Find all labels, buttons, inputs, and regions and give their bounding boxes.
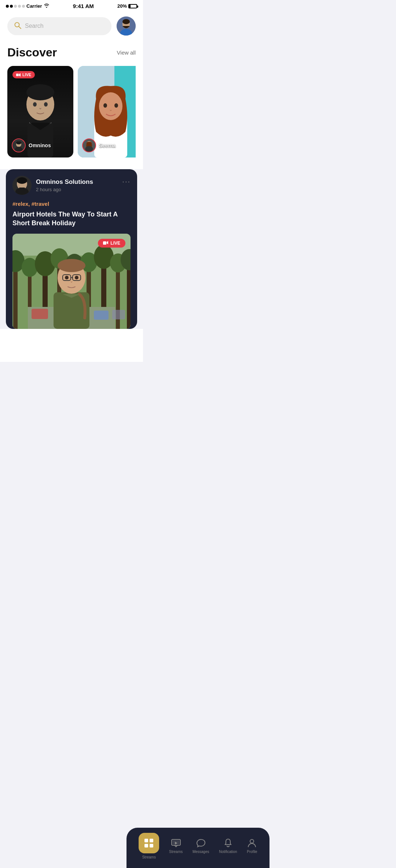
svg-point-10: [33, 102, 37, 107]
feed-section: Omninos Solutions 2 hours ago ... #relex…: [0, 169, 143, 329]
svg-rect-66: [112, 310, 125, 319]
feed-more-button[interactable]: ...: [122, 176, 131, 184]
status-time: 9:41 AM: [73, 3, 94, 9]
feed-card-header: Omninos Solutions 2 hours ago ...: [12, 176, 131, 195]
svg-rect-52: [116, 266, 120, 329]
stream-cards-scroll[interactable]: LIVE Omninos: [7, 66, 136, 163]
svg-rect-65: [94, 311, 109, 320]
signal-dot-5: [22, 5, 25, 8]
svg-point-16: [15, 147, 22, 152]
status-right: 20%: [117, 3, 137, 9]
feed-time: 2 hours ago: [36, 187, 93, 192]
card-1-live-badge: LIVE: [12, 71, 35, 78]
header: Search: [0, 11, 143, 40]
battery-percent: 20%: [117, 3, 127, 9]
card-1-avatar: [12, 138, 26, 152]
feed-card-1: Omninos Solutions 2 hours ago ... #relex…: [6, 169, 137, 329]
status-left: Carrier: [6, 3, 50, 9]
signal-dot-1: [6, 5, 9, 8]
svg-rect-12: [16, 74, 19, 76]
feed-image: LIVE: [12, 234, 131, 329]
signal-dots: [6, 5, 25, 8]
card-2-username: Seema: [99, 142, 115, 148]
feed-live-badge: LIVE: [98, 239, 125, 248]
card-1-bottom: Omninos: [12, 138, 51, 152]
svg-point-5: [122, 19, 130, 24]
signal-dot-3: [14, 5, 17, 8]
carrier-name: Carrier: [26, 3, 42, 9]
svg-rect-45: [13, 263, 18, 329]
card-2-bottom: Seema: [82, 138, 115, 152]
wifi-icon: [44, 3, 50, 9]
view-all-link[interactable]: View all: [117, 49, 136, 56]
card-2-avatar: [82, 138, 96, 152]
main-content: Search Discover View all: [0, 11, 143, 362]
svg-point-23: [114, 103, 118, 108]
stream-card-1[interactable]: LIVE Omninos: [7, 66, 73, 157]
battery-icon: [128, 4, 137, 8]
stream-card-2[interactable]: Seema: [78, 66, 136, 157]
user-avatar[interactable]: [117, 16, 136, 36]
card-1-live-label: LIVE: [22, 73, 31, 77]
svg-point-26: [85, 146, 93, 152]
feed-user-name: Omninos Solutions: [36, 178, 93, 186]
feed-user-text: Omninos Solutions 2 hours ago: [36, 178, 93, 192]
search-icon: [14, 22, 21, 31]
discover-title: Discover: [7, 46, 57, 59]
signal-dot-2: [10, 5, 13, 8]
svg-point-15: [16, 141, 21, 144]
svg-point-11: [44, 102, 48, 107]
battery-fill: [129, 5, 131, 8]
card-1-username: Omninos: [29, 142, 51, 148]
signal-dot-4: [18, 5, 21, 8]
feed-user-info: Omninos Solutions 2 hours ago: [12, 176, 93, 195]
svg-point-69: [58, 259, 85, 272]
discover-section: Discover View all: [0, 40, 143, 163]
search-bar[interactable]: Search: [7, 17, 111, 35]
feed-avatar: [12, 176, 32, 195]
svg-point-41: [17, 177, 27, 184]
feed-tags: #relex, #travel: [12, 201, 131, 207]
svg-point-74: [75, 276, 78, 279]
svg-rect-53: [127, 262, 131, 329]
svg-point-9: [26, 84, 54, 100]
discover-header: Discover View all: [7, 46, 136, 59]
svg-point-22: [103, 103, 107, 108]
feed-live-label: LIVE: [110, 241, 120, 246]
search-placeholder: Search: [25, 23, 44, 29]
svg-line-1: [19, 26, 21, 29]
svg-rect-75: [103, 241, 106, 245]
status-bar: Carrier 9:41 AM 20%: [0, 0, 143, 11]
svg-point-73: [65, 276, 69, 279]
feed-title: Airport Hotels The Way To Start A Short …: [12, 210, 131, 228]
svg-rect-64: [32, 309, 48, 319]
